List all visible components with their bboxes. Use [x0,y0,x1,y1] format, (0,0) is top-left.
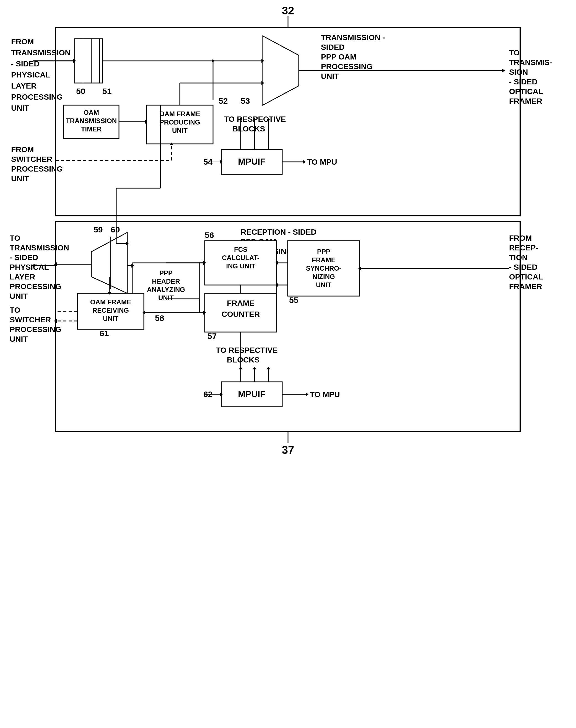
svg-marker-33 [303,160,306,164]
ref-37: 37 [282,444,294,456]
ref-52: 52 [219,96,228,106]
oam-receiving-3: UNIT [103,315,118,322]
mpuif-top-label: MPUIF [238,156,266,167]
oam-timer-label-1: OAM [84,109,99,116]
bottom-section-label-1: RECEPTION - SIDED [241,228,316,236]
to-transmission-optical-framer-5: OPTICAL [509,87,543,96]
frame-counter-2: COUNTER [222,310,260,319]
ppp-header-4: UNIT [158,294,174,301]
svg-marker-67 [239,367,242,370]
from-switcher-label-2: SWITCHER [11,155,52,164]
to-switcher-label-3: PROCESSING [10,325,61,334]
to-switcher-label-1: TO [10,306,20,314]
oam-receiving-2: RECEIVING [92,307,129,314]
to-respective-blocks-top-label-2: BLOCKS [232,124,265,133]
ppp-header-3: ANALYZING [147,286,185,293]
ppp-sync-4: NIZING [312,273,335,280]
to-transmission-optical-framer-1: TO [509,49,520,57]
from-transmission-label-2: TRANSMISSION [11,49,70,57]
svg-marker-71 [266,367,270,370]
from-reception-optical-6: FRAMER [509,282,542,291]
mpuif-bottom-label: MPUIF [238,389,266,399]
to-transmission-phy-1: TO [10,234,20,242]
from-transmission-label-5: LAYER [11,82,36,90]
from-reception-optical-3: TION [509,253,527,262]
from-transmission-label-6: PROCESSING [11,93,63,101]
to-transmission-phy-5: LAYER [10,272,35,281]
to-transmission-optical-framer-3: SION [509,68,528,76]
from-switcher-label-4: UNIT [11,174,29,183]
ref-51: 51 [103,87,112,96]
to-transmission-phy-3: - SIDED [10,253,38,262]
ref-58: 58 [155,314,164,323]
from-switcher-label-3: PROCESSING [11,165,63,173]
fcs-calc-3: ING UNIT [226,262,255,270]
to-respective-blocks-bottom-2: BLOCKS [227,355,260,364]
ppp-sync-5: UNIT [316,281,332,289]
to-transmission-phy-2: TRANSMISSION [10,243,69,252]
top-section-label-2: SIDED [321,43,345,52]
svg-marker-23 [502,69,505,72]
ppp-sync-2: FRAME [312,256,335,264]
from-switcher-label-1: FROM [11,145,34,154]
ppp-header-2: HEADER [152,278,180,285]
to-transmission-optical-framer-6: FRAMER [509,97,542,106]
to-switcher-label-2: SWITCHER [10,315,51,324]
oam-frame-producing-label-2: PRODUCING [160,118,200,126]
to-transmission-phy-7: UNIT [10,292,28,300]
oam-frame-producing-label-1: OAM FRAME [160,110,200,118]
mux-shape [263,36,299,105]
ref-53: 53 [241,96,250,106]
from-transmission-label-7: UNIT [11,104,29,112]
ref-56: 56 [205,231,214,240]
from-reception-optical-2: RECEP- [509,243,538,252]
to-transmission-optical-framer-4: - SIDED [509,78,538,86]
top-section-label-1: TRANSMISSION - [321,33,385,42]
to-respective-blocks-bottom-1: TO RESPECTIVE [216,346,278,354]
oam-receiving-1: OAM FRAME [90,298,131,306]
from-reception-optical-5: OPTICAL [509,272,543,281]
ppp-header-1: PPP [160,269,173,277]
ref-60: 60 [111,225,120,234]
ref-57: 57 [207,331,217,341]
ref-55: 55 [289,295,298,304]
ppp-sync-1: PPP [317,248,330,255]
oam-timer-label-2: TRANSMISSION [66,117,117,124]
ppp-sync-3: SYNCHRO- [306,264,341,272]
ref-32: 32 [282,4,294,17]
svg-marker-69 [253,367,256,370]
top-section-label-3: PPP OAM [321,53,356,61]
buffer-box [75,39,103,83]
to-mpu-bottom-label: TO MPU [310,390,340,399]
ref-50: 50 [76,87,85,96]
from-reception-optical-1: FROM [509,234,532,242]
oam-timer-label-3: TIMER [81,125,102,133]
fcs-calc-1: FCS [234,246,247,253]
ref-61: 61 [99,329,109,338]
to-switcher-label-4: UNIT [10,335,28,343]
frame-counter-1: FRAME [227,299,255,308]
ref-59: 59 [93,225,103,234]
to-mpu-top-label: TO MPU [307,158,337,166]
top-section-label-4: PROCESSING [321,62,373,71]
to-transmission-optical-framer-2: TRANSMIS- [509,58,552,67]
oam-frame-producing-label-3: UNIT [172,127,188,134]
from-transmission-label-1: FROM [11,37,34,46]
from-reception-optical-4: - SIDED [509,263,538,271]
fcs-calc-2: CALCULAT- [222,254,260,261]
diagram-container: 32 TRANSMISSION - SIDED PPP OAM PROCESSI… [0,0,576,728]
to-transmission-phy-4: PHYSICAL [10,263,49,271]
to-transmission-phy-6: PROCESSING [10,282,61,291]
svg-marker-75 [306,392,309,396]
from-transmission-label-4: PHYSICAL [11,70,50,79]
top-section-label-5: UNIT [321,72,339,81]
